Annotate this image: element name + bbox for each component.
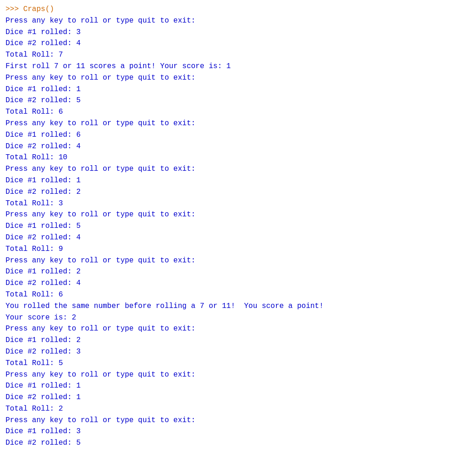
output-lines: Press any key to roll or type quit to ex… — [6, 15, 466, 449]
terminal-output-line: Press any key to roll or type quit to ex… — [6, 15, 466, 27]
terminal-output-line: Total Roll: 9 — [6, 244, 466, 255]
terminal-output-line: Press any key to roll or type quit to ex… — [6, 369, 466, 381]
terminal-output-line: Dice #2 rolled: 4 — [6, 141, 466, 152]
terminal-output-line: Press any key to roll or type quit to ex… — [6, 323, 466, 335]
terminal-output-line: Dice #1 rolled: 2 — [6, 266, 466, 278]
terminal-output-line: Dice #1 rolled: 6 — [6, 129, 466, 141]
terminal-output-line: Dice #2 rolled: 1 — [6, 392, 466, 403]
terminal-output-line: Total Roll: 10 — [6, 152, 466, 163]
terminal-output-line: Dice #1 rolled: 1 — [6, 175, 466, 186]
terminal-container: >>> Craps() Press any key to roll or typ… — [6, 4, 466, 449]
terminal-output-line: Dice #1 rolled: 1 — [6, 380, 466, 392]
terminal-output-line: Dice #2 rolled: 5 — [6, 95, 466, 106]
terminal-output-line: Total Roll: 2 — [6, 403, 466, 415]
terminal-output-line: You rolled the same number before rollin… — [6, 301, 466, 312]
terminal-output-line: Dice #1 rolled: 2 — [6, 335, 466, 346]
terminal-output-line: Total Roll: 7 — [6, 49, 466, 61]
terminal-output-line: Press any key to roll or type quit to ex… — [6, 255, 466, 267]
terminal-output-line: Press any key to roll or type quit to ex… — [6, 415, 466, 426]
terminal-output-line: Dice #1 rolled: 5 — [6, 221, 466, 232]
terminal-output-line: Total Roll: 6 — [6, 289, 466, 301]
terminal-output-line: Press any key to roll or type quit to ex… — [6, 209, 466, 221]
terminal-output-line: Dice #2 rolled: 3 — [6, 346, 466, 358]
terminal-output-line: Dice #2 rolled: 4 — [6, 278, 466, 289]
terminal-output-line: Total Roll: 6 — [6, 106, 466, 118]
terminal-output-line: Your score is: 2 — [6, 312, 466, 324]
terminal-output-line: Dice #2 rolled: 4 — [6, 232, 466, 244]
prompt-line: >>> Craps() — [6, 4, 466, 15]
terminal-output-line: Press any key to roll or type quit to ex… — [6, 72, 466, 84]
terminal-output-line: Press any key to roll or type quit to ex… — [6, 118, 466, 129]
terminal-output-line: Dice #1 rolled: 1 — [6, 84, 466, 95]
terminal-output-line: Total Roll: 3 — [6, 198, 466, 209]
terminal-output-line: Dice #2 rolled: 2 — [6, 186, 466, 198]
terminal-output-line: First roll 7 or 11 scores a point! Your … — [6, 61, 466, 72]
terminal-output-line: Press any key to roll or type quit to ex… — [6, 163, 466, 175]
terminal-output-line: Dice #2 rolled: 4 — [6, 38, 466, 49]
terminal-output-line: Total Roll: 5 — [6, 358, 466, 369]
terminal-output-line: Dice #1 rolled: 3 — [6, 27, 466, 38]
terminal-output-line: Dice #1 rolled: 3 — [6, 426, 466, 437]
terminal-output-line: Dice #2 rolled: 5 — [6, 437, 466, 449]
